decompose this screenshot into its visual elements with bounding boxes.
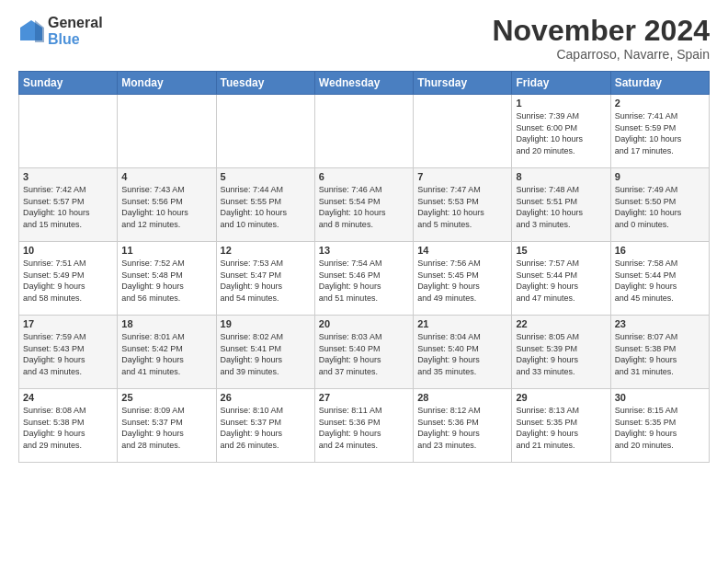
- table-row: 18Sunrise: 8:01 AM Sunset: 5:42 PM Dayli…: [118, 316, 216, 389]
- day-number: 6: [319, 171, 409, 182]
- day-number: 30: [615, 392, 705, 403]
- day-info: Sunrise: 7:42 AM Sunset: 5:57 PM Dayligh…: [23, 184, 113, 230]
- day-info: Sunrise: 8:10 AM Sunset: 5:37 PM Dayligh…: [221, 405, 311, 451]
- calendar: Sunday Monday Tuesday Wednesday Thursday…: [18, 71, 710, 463]
- logo: General Blue: [18, 15, 103, 47]
- day-number: 21: [417, 318, 507, 329]
- table-row: [118, 95, 216, 168]
- table-row: 13Sunrise: 7:54 AM Sunset: 5:46 PM Dayli…: [314, 242, 413, 316]
- table-row: 2Sunrise: 7:41 AM Sunset: 5:59 PM Daylig…: [610, 95, 709, 168]
- table-row: 7Sunrise: 7:47 AM Sunset: 5:53 PM Daylig…: [414, 168, 512, 242]
- day-info: Sunrise: 8:05 AM Sunset: 5:39 PM Dayligh…: [516, 331, 606, 377]
- day-info: Sunrise: 8:09 AM Sunset: 5:37 PM Dayligh…: [121, 405, 211, 451]
- day-number: 20: [319, 318, 409, 329]
- table-row: 3Sunrise: 7:42 AM Sunset: 5:57 PM Daylig…: [19, 168, 118, 242]
- day-info: Sunrise: 7:43 AM Sunset: 5:56 PM Dayligh…: [121, 184, 211, 230]
- day-number: 8: [516, 171, 606, 182]
- header-row: Sunday Monday Tuesday Wednesday Thursday…: [19, 72, 710, 95]
- table-row: [19, 95, 118, 168]
- day-info: Sunrise: 8:03 AM Sunset: 5:40 PM Dayligh…: [319, 331, 409, 377]
- day-number: 7: [417, 171, 507, 182]
- day-number: 2: [615, 98, 705, 109]
- table-row: 23Sunrise: 8:07 AM Sunset: 5:38 PM Dayli…: [610, 316, 709, 389]
- day-number: 25: [121, 392, 211, 403]
- page: General Blue November 2024 Caparroso, Na…: [0, 0, 728, 563]
- day-info: Sunrise: 8:04 AM Sunset: 5:40 PM Dayligh…: [417, 331, 507, 377]
- day-number: 22: [516, 318, 606, 329]
- day-number: 17: [23, 318, 113, 329]
- table-row: [216, 95, 314, 168]
- col-tuesday: Tuesday: [216, 72, 314, 95]
- day-info: Sunrise: 8:11 AM Sunset: 5:36 PM Dayligh…: [319, 405, 409, 451]
- day-number: 11: [121, 245, 211, 256]
- month-title: November 2024: [492, 15, 710, 47]
- day-info: Sunrise: 8:08 AM Sunset: 5:38 PM Dayligh…: [23, 405, 113, 451]
- day-info: Sunrise: 7:39 AM Sunset: 6:00 PM Dayligh…: [516, 110, 606, 156]
- day-info: Sunrise: 7:59 AM Sunset: 5:43 PM Dayligh…: [23, 331, 113, 377]
- table-row: 26Sunrise: 8:10 AM Sunset: 5:37 PM Dayli…: [216, 389, 314, 463]
- day-info: Sunrise: 7:51 AM Sunset: 5:49 PM Dayligh…: [23, 258, 113, 304]
- day-number: 13: [319, 245, 409, 256]
- day-number: 10: [23, 245, 113, 256]
- table-row: 11Sunrise: 7:52 AM Sunset: 5:48 PM Dayli…: [118, 242, 216, 316]
- col-sunday: Sunday: [19, 72, 118, 95]
- day-number: 24: [23, 392, 113, 403]
- table-row: 5Sunrise: 7:44 AM Sunset: 5:55 PM Daylig…: [216, 168, 314, 242]
- table-row: 14Sunrise: 7:56 AM Sunset: 5:45 PM Dayli…: [414, 242, 512, 316]
- day-info: Sunrise: 7:48 AM Sunset: 5:51 PM Dayligh…: [516, 184, 606, 230]
- table-row: 1Sunrise: 7:39 AM Sunset: 6:00 PM Daylig…: [512, 95, 610, 168]
- table-row: 8Sunrise: 7:48 AM Sunset: 5:51 PM Daylig…: [512, 168, 610, 242]
- table-row: 25Sunrise: 8:09 AM Sunset: 5:37 PM Dayli…: [118, 389, 216, 463]
- table-row: 19Sunrise: 8:02 AM Sunset: 5:41 PM Dayli…: [216, 316, 314, 389]
- title-block: November 2024 Caparroso, Navarre, Spain: [492, 15, 710, 62]
- day-number: 28: [417, 392, 507, 403]
- logo-icon: [18, 18, 44, 44]
- day-info: Sunrise: 8:02 AM Sunset: 5:41 PM Dayligh…: [221, 331, 311, 377]
- logo-text: General Blue: [48, 15, 103, 47]
- day-info: Sunrise: 7:56 AM Sunset: 5:45 PM Dayligh…: [417, 258, 507, 304]
- table-row: 15Sunrise: 7:57 AM Sunset: 5:44 PM Dayli…: [512, 242, 610, 316]
- day-number: 5: [221, 171, 311, 182]
- day-number: 3: [23, 171, 113, 182]
- day-number: 1: [516, 98, 606, 109]
- table-row: 6Sunrise: 7:46 AM Sunset: 5:54 PM Daylig…: [314, 168, 413, 242]
- location: Caparroso, Navarre, Spain: [492, 47, 710, 62]
- table-row: 10Sunrise: 7:51 AM Sunset: 5:49 PM Dayli…: [19, 242, 118, 316]
- day-number: 15: [516, 245, 606, 256]
- col-wednesday: Wednesday: [314, 72, 413, 95]
- day-info: Sunrise: 7:47 AM Sunset: 5:53 PM Dayligh…: [417, 184, 507, 230]
- day-number: 16: [615, 245, 705, 256]
- header: General Blue November 2024 Caparroso, Na…: [18, 15, 710, 62]
- day-info: Sunrise: 7:57 AM Sunset: 5:44 PM Dayligh…: [516, 258, 606, 304]
- table-row: 27Sunrise: 8:11 AM Sunset: 5:36 PM Dayli…: [314, 389, 413, 463]
- col-thursday: Thursday: [414, 72, 512, 95]
- day-number: 27: [319, 392, 409, 403]
- table-row: 16Sunrise: 7:58 AM Sunset: 5:44 PM Dayli…: [610, 242, 709, 316]
- day-info: Sunrise: 8:01 AM Sunset: 5:42 PM Dayligh…: [121, 331, 211, 377]
- table-row: 17Sunrise: 7:59 AM Sunset: 5:43 PM Dayli…: [19, 316, 118, 389]
- day-number: 29: [516, 392, 606, 403]
- table-row: 4Sunrise: 7:43 AM Sunset: 5:56 PM Daylig…: [118, 168, 216, 242]
- table-row: 20Sunrise: 8:03 AM Sunset: 5:40 PM Dayli…: [314, 316, 413, 389]
- table-row: [414, 95, 512, 168]
- day-info: Sunrise: 7:44 AM Sunset: 5:55 PM Dayligh…: [221, 184, 311, 230]
- day-number: 9: [615, 171, 705, 182]
- day-info: Sunrise: 7:46 AM Sunset: 5:54 PM Dayligh…: [319, 184, 409, 230]
- table-row: 22Sunrise: 8:05 AM Sunset: 5:39 PM Dayli…: [512, 316, 610, 389]
- day-info: Sunrise: 7:41 AM Sunset: 5:59 PM Dayligh…: [615, 110, 705, 156]
- day-info: Sunrise: 7:52 AM Sunset: 5:48 PM Dayligh…: [121, 258, 211, 304]
- day-info: Sunrise: 7:49 AM Sunset: 5:50 PM Dayligh…: [615, 184, 705, 230]
- day-info: Sunrise: 8:15 AM Sunset: 5:35 PM Dayligh…: [615, 405, 705, 451]
- table-row: 21Sunrise: 8:04 AM Sunset: 5:40 PM Dayli…: [414, 316, 512, 389]
- day-info: Sunrise: 7:53 AM Sunset: 5:47 PM Dayligh…: [221, 258, 311, 304]
- day-info: Sunrise: 8:07 AM Sunset: 5:38 PM Dayligh…: [615, 331, 705, 377]
- table-row: 29Sunrise: 8:13 AM Sunset: 5:35 PM Dayli…: [512, 389, 610, 463]
- day-number: 19: [221, 318, 311, 329]
- svg-marker-1: [35, 20, 44, 42]
- day-number: 18: [121, 318, 211, 329]
- day-number: 12: [221, 245, 311, 256]
- day-info: Sunrise: 8:13 AM Sunset: 5:35 PM Dayligh…: [516, 405, 606, 451]
- col-saturday: Saturday: [610, 72, 709, 95]
- col-friday: Friday: [512, 72, 610, 95]
- day-info: Sunrise: 8:12 AM Sunset: 5:36 PM Dayligh…: [417, 405, 507, 451]
